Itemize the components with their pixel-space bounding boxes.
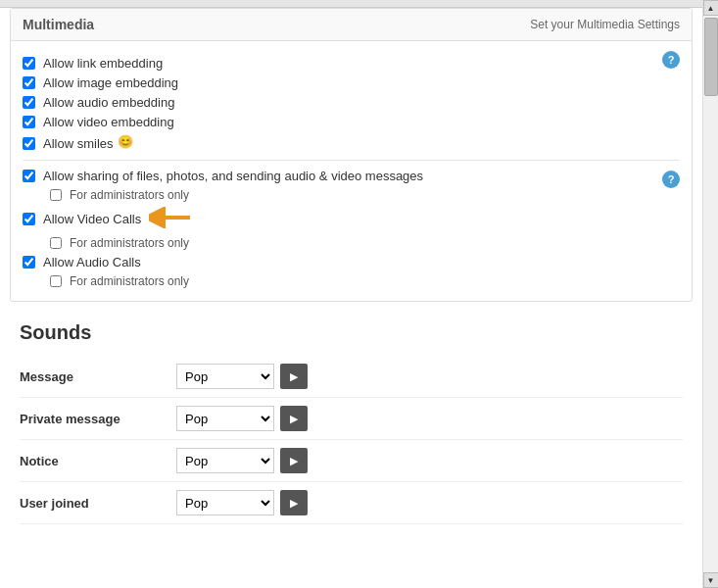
- sounds-message-row: Message Pop Beep Chime None ▶: [20, 356, 683, 398]
- smiley-icon: 😊: [118, 134, 135, 152]
- image-embedding-checkbox[interactable]: [23, 76, 35, 89]
- sounds-message-play-button[interactable]: ▶: [280, 364, 308, 389]
- sounds-private-message-label: Private message: [20, 412, 176, 426]
- sounds-user-joined-select[interactable]: Pop Beep Chime None: [176, 490, 274, 515]
- sounds-private-message-row: Private message Pop Beep Chime None ▶: [20, 398, 683, 440]
- video-calls-admin-checkbox[interactable]: [50, 237, 62, 249]
- video-calls-row: Allow Video Calls: [23, 207, 680, 231]
- sounds-user-joined-row: User joined Pop Beep Chime None ▶: [20, 482, 683, 524]
- multimedia-title: Multimedia: [23, 17, 94, 32]
- divider-1: [23, 160, 680, 161]
- sharing-row: Allow sharing of files, photos, and send…: [23, 169, 680, 183]
- sharing-checkbox[interactable]: [23, 170, 35, 182]
- link-embedding-row: Allow link embedding: [23, 56, 680, 71]
- smiles-label: Allow smiles: [43, 136, 114, 151]
- sounds-private-message-play-button[interactable]: ▶: [280, 406, 308, 431]
- video-calls-admin-label: For administrators only: [70, 236, 189, 250]
- scrollbar-thumb[interactable]: [704, 18, 718, 96]
- multimedia-section: Multimedia Set your Multimedia Settings …: [10, 8, 693, 302]
- audio-embedding-checkbox[interactable]: [23, 96, 35, 109]
- sounds-notice-label: Notice: [20, 454, 176, 468]
- video-embedding-row: Allow video embedding: [23, 115, 680, 129]
- sounds-user-joined-play-button[interactable]: ▶: [280, 490, 308, 515]
- scrollbar[interactable]: ▲ ▼: [702, 0, 718, 588]
- sounds-section: Sounds Message Pop Beep Chime None ▶ Pri…: [0, 312, 702, 534]
- audio-embedding-row: Allow audio embedding: [23, 95, 680, 110]
- sharing-admin-label: For administrators only: [70, 188, 189, 202]
- audio-calls-admin-label: For administrators only: [70, 274, 189, 288]
- audio-calls-row: Allow Audio Calls: [23, 255, 680, 270]
- video-embedding-label: Allow video embedding: [43, 115, 174, 129]
- scroll-down-arrow[interactable]: ▼: [703, 572, 719, 588]
- scroll-up-arrow[interactable]: ▲: [703, 0, 719, 16]
- sounds-private-message-select[interactable]: Pop Beep Chime None: [176, 406, 274, 431]
- link-embedding-label: Allow link embedding: [43, 56, 163, 71]
- multimedia-header: Multimedia Set your Multimedia Settings: [11, 9, 692, 41]
- sounds-message-select[interactable]: Pop Beep Chime None: [176, 364, 274, 389]
- image-embedding-label: Allow image embedding: [43, 75, 178, 90]
- video-calls-admin-row: For administrators only: [50, 236, 680, 250]
- video-calls-label: Allow Video Calls: [43, 212, 141, 226]
- audio-calls-checkbox[interactable]: [23, 256, 35, 269]
- sharing-admin-checkbox[interactable]: [50, 189, 62, 201]
- sounds-notice-play-button[interactable]: ▶: [280, 448, 308, 473]
- audio-calls-admin-row: For administrators only: [50, 274, 680, 288]
- sounds-table: Message Pop Beep Chime None ▶ Private me…: [20, 356, 683, 524]
- video-calls-checkbox[interactable]: [23, 213, 35, 225]
- sounds-notice-row: Notice Pop Beep Chime None ▶: [20, 440, 683, 482]
- smiles-checkbox[interactable]: [23, 137, 35, 150]
- sharing-label: Allow sharing of files, photos, and send…: [43, 169, 423, 183]
- smiles-row: Allow smiles 😊: [23, 134, 680, 152]
- sharing-help-icon[interactable]: ?: [662, 171, 680, 188]
- audio-calls-admin-checkbox[interactable]: [50, 275, 62, 287]
- sounds-title: Sounds: [20, 321, 683, 344]
- audio-embedding-label: Allow audio embedding: [43, 95, 174, 110]
- image-embedding-row: Allow image embedding: [23, 75, 680, 90]
- multimedia-settings-link[interactable]: Set your Multimedia Settings: [530, 18, 680, 31]
- sounds-notice-select[interactable]: Pop Beep Chime None: [176, 448, 274, 473]
- link-embedding-checkbox[interactable]: [23, 57, 35, 70]
- sounds-user-joined-label: User joined: [20, 496, 176, 511]
- sharing-admin-row: For administrators only: [50, 188, 680, 202]
- video-embedding-checkbox[interactable]: [23, 116, 35, 128]
- orange-arrow-icon: [149, 207, 193, 231]
- multimedia-help-icon[interactable]: ?: [662, 51, 680, 69]
- sharing-group: ? Allow sharing of files, photos, and se…: [23, 169, 680, 202]
- multimedia-body: ? Allow link embedding Allow image embed…: [11, 41, 692, 301]
- audio-calls-label: Allow Audio Calls: [43, 255, 141, 270]
- sounds-message-label: Message: [20, 369, 176, 384]
